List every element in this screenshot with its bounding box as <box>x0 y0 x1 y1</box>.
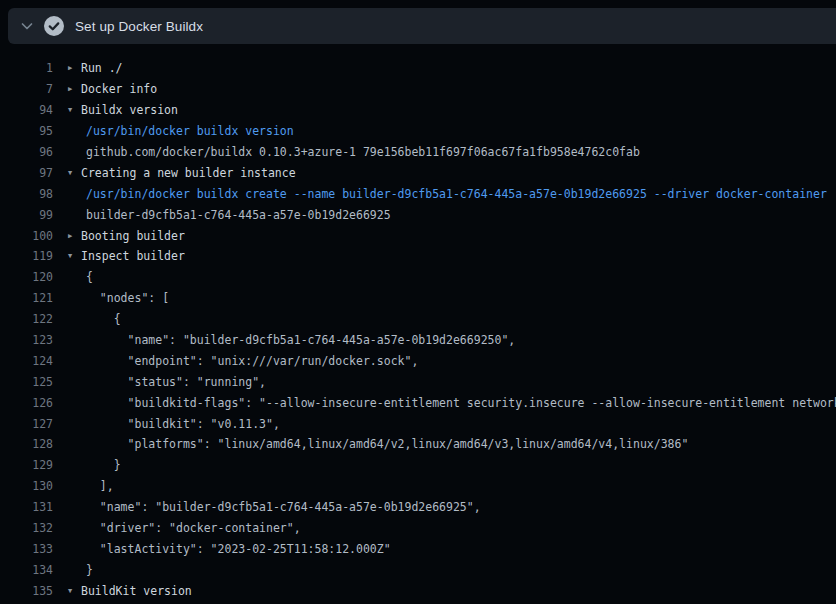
line-number[interactable]: 120 <box>0 270 53 284</box>
log-text: github.com/docker/buildx 0.10.3+azure-1 … <box>86 145 640 159</box>
group-toggle-icon[interactable]: ▶ <box>68 64 81 72</box>
log-text: Buildx version <box>81 103 178 117</box>
log-line-row: 130 ], <box>0 476 836 497</box>
line-number[interactable]: 124 <box>0 354 53 368</box>
log-group-row[interactable]: 100 ▶ Booting builder <box>0 225 836 246</box>
log-lines-container: 1 ▶ Run ./ 7 ▶ Docker info 94 ▼ Buildx v… <box>0 58 836 604</box>
log-line-row: 132 "driver": "docker-container", <box>0 518 836 539</box>
log-group-row[interactable]: 94 ▼ Buildx version <box>0 100 836 121</box>
line-number[interactable]: 129 <box>0 458 53 472</box>
check-circle-glyph <box>44 16 64 36</box>
line-number[interactable]: 100 <box>0 229 53 243</box>
line-number[interactable]: 123 <box>0 333 53 347</box>
group-toggle-icon[interactable]: ▼ <box>68 252 81 260</box>
log-text: "endpoint": "unix:///var/run/docker.sock… <box>86 354 418 368</box>
line-number[interactable]: 127 <box>0 417 53 431</box>
log-text: ], <box>86 479 114 493</box>
line-number[interactable]: 95 <box>0 124 53 138</box>
log-line-row: 123 "name": "builder-d9cfb5a1-c764-445a-… <box>0 330 836 351</box>
log-line-row: 96 github.com/docker/buildx 0.10.3+azure… <box>0 142 836 163</box>
log-text: Docker info <box>81 82 157 96</box>
log-text: Booting builder <box>81 229 185 243</box>
log-line-row: 95 /usr/bin/docker buildx version <box>0 121 836 142</box>
log-text: { <box>86 270 93 284</box>
log-text: "buildkit": "v0.11.3", <box>86 417 280 431</box>
actions-log-viewer: Set up Docker Buildx 1 ▶ Run ./ 7 ▶ Dock… <box>0 0 836 604</box>
log-text: Inspect builder <box>81 249 185 263</box>
log-line-row: 134 } <box>0 559 836 580</box>
log-line-row: 131 "name": "builder-d9cfb5a1-c764-445a-… <box>0 497 836 518</box>
log-text: BuildKit version <box>81 584 192 598</box>
chevron-down-icon[interactable] <box>19 18 35 34</box>
log-text: "platforms": "linux/amd64,linux/amd64/v2… <box>86 437 688 451</box>
log-line-row: 128 "platforms": "linux/amd64,linux/amd6… <box>0 434 836 455</box>
line-number[interactable]: 122 <box>0 312 53 326</box>
group-toggle-icon[interactable]: ▼ <box>68 169 81 177</box>
line-number[interactable]: 135 <box>0 584 53 598</box>
log-group-row[interactable]: 119 ▼ Inspect builder <box>0 246 836 267</box>
log-line-row: 99 builder-d9cfb5a1-c764-445a-a57e-0b19d… <box>0 204 836 225</box>
line-number[interactable]: 7 <box>0 82 53 96</box>
log-line-row: 127 "buildkit": "v0.11.3", <box>0 413 836 434</box>
log-text: "driver": "docker-container", <box>86 521 301 535</box>
log-text: } <box>86 563 93 577</box>
log-text: "lastActivity": "2023-02-25T11:58:12.000… <box>86 542 391 556</box>
line-number[interactable]: 126 <box>0 396 53 410</box>
log-group-row[interactable]: 1 ▶ Run ./ <box>0 58 836 79</box>
log-text: { <box>86 312 121 326</box>
log-group-row[interactable]: 135 ▼ BuildKit version <box>0 580 836 601</box>
line-number[interactable]: 98 <box>0 187 53 201</box>
check-circle-icon <box>44 16 64 36</box>
log-group-row[interactable]: 7 ▶ Docker info <box>0 79 836 100</box>
line-number[interactable]: 99 <box>0 208 53 222</box>
line-number[interactable]: 94 <box>0 103 53 117</box>
line-number[interactable]: 131 <box>0 500 53 514</box>
log-line-row: 133 "lastActivity": "2023-02-25T11:58:12… <box>0 538 836 559</box>
line-number[interactable]: 134 <box>0 563 53 577</box>
group-toggle-icon[interactable]: ▶ <box>68 85 81 93</box>
log-line-row: 121 "nodes": [ <box>0 288 836 309</box>
log-line-row: 125 "status": "running", <box>0 371 836 392</box>
line-number[interactable]: 132 <box>0 521 53 535</box>
log-line-row: 120 { <box>0 267 836 288</box>
log-text: "nodes": [ <box>86 291 169 305</box>
log-text: Creating a new builder instance <box>81 166 296 180</box>
log-text: "status": "running", <box>86 375 266 389</box>
line-number[interactable]: 97 <box>0 166 53 180</box>
log-line-row: 124 "endpoint": "unix:///var/run/docker.… <box>0 350 836 371</box>
group-toggle-icon[interactable]: ▼ <box>68 106 81 114</box>
log-text: "name": "builder-d9cfb5a1-c764-445a-a57e… <box>86 333 515 347</box>
log-group-row[interactable]: 97 ▼ Creating a new builder instance <box>0 162 836 183</box>
group-toggle-icon[interactable]: ▶ <box>68 232 81 240</box>
line-number[interactable]: 130 <box>0 479 53 493</box>
log-line-row: 129 } <box>0 455 836 476</box>
line-number[interactable]: 96 <box>0 145 53 159</box>
log-line-row: 122 { <box>0 309 836 330</box>
log-text: Run ./ <box>81 61 123 75</box>
log-text: "name": "builder-d9cfb5a1-c764-445a-a57e… <box>86 500 481 514</box>
chevron-down-glyph <box>19 18 35 34</box>
line-number[interactable]: 128 <box>0 437 53 451</box>
line-number[interactable]: 1 <box>0 61 53 75</box>
line-number[interactable]: 119 <box>0 249 53 263</box>
log-text: builder-d9cfb5a1-c764-445a-a57e-0b19d2e6… <box>86 208 391 222</box>
group-toggle-icon[interactable]: ▼ <box>68 587 81 595</box>
step-header-set-up-docker-buildx[interactable]: Set up Docker Buildx <box>8 8 836 44</box>
log-text: /usr/bin/docker buildx version <box>86 124 294 138</box>
log-text: "buildkitd-flags": "--allow-insecure-ent… <box>86 396 836 410</box>
log-line-row: 98 /usr/bin/docker buildx create --name … <box>0 183 836 204</box>
line-number[interactable]: 133 <box>0 542 53 556</box>
step-title: Set up Docker Buildx <box>75 19 203 34</box>
log-text: /usr/bin/docker buildx create --name bui… <box>86 187 827 201</box>
log-text: } <box>86 458 121 472</box>
line-number[interactable]: 125 <box>0 375 53 389</box>
line-number[interactable]: 121 <box>0 291 53 305</box>
log-line-row: 126 "buildkitd-flags": "--allow-insecure… <box>0 392 836 413</box>
